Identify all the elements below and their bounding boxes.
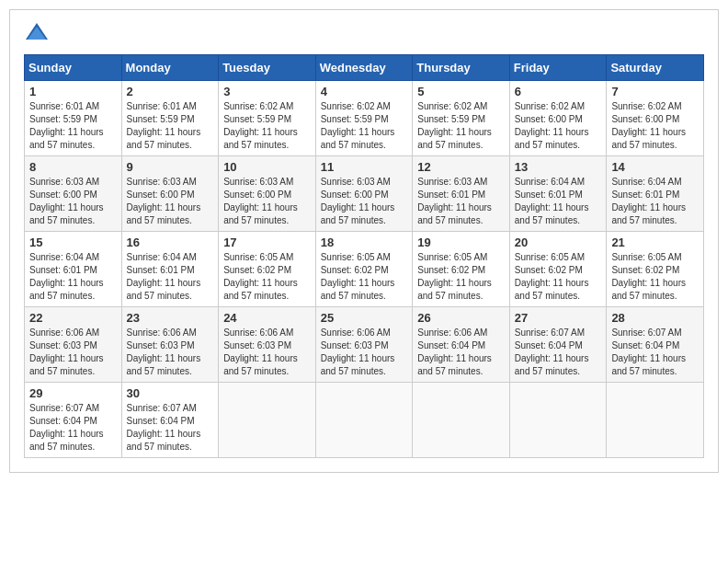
day-info: Sunrise: 6:07 AM Sunset: 6:04 PM Dayligh… [515, 327, 589, 376]
day-number: 25 [321, 311, 408, 325]
calendar-cell: 18 Sunrise: 6:05 AM Sunset: 6:02 PM Dayl… [315, 232, 413, 307]
calendar-cell: 30 Sunrise: 6:07 AM Sunset: 6:04 PM Dayl… [121, 383, 219, 458]
day-number: 1 [29, 85, 117, 98]
day-number: 23 [127, 311, 214, 325]
day-number: 7 [611, 85, 699, 98]
day-info: Sunrise: 6:03 AM Sunset: 6:00 PM Dayligh… [29, 177, 104, 225]
day-info: Sunrise: 6:01 AM Sunset: 5:59 PM Dayligh… [127, 101, 201, 150]
day-header-tuesday: Tuesday [219, 55, 316, 81]
calendar-cell: 24 Sunrise: 6:06 AM Sunset: 6:03 PM Dayl… [219, 307, 316, 383]
day-info: Sunrise: 6:03 AM Sunset: 6:00 PM Dayligh… [223, 177, 298, 225]
day-info: Sunrise: 6:04 AM Sunset: 6:01 PM Dayligh… [29, 252, 104, 301]
day-number: 28 [611, 311, 699, 325]
day-info: Sunrise: 6:02 AM Sunset: 5:59 PM Dayligh… [417, 101, 492, 150]
calendar-cell: 5 Sunrise: 6:02 AM Sunset: 5:59 PM Dayli… [413, 81, 510, 156]
calendar-cell [219, 383, 316, 458]
day-info: Sunrise: 6:04 AM Sunset: 6:01 PM Dayligh… [611, 177, 686, 225]
calendar-cell: 2 Sunrise: 6:01 AM Sunset: 5:59 PM Dayli… [121, 81, 219, 156]
day-number: 16 [127, 236, 214, 249]
calendar-week-row: 22 Sunrise: 6:06 AM Sunset: 6:03 PM Dayl… [25, 307, 704, 383]
day-header-thursday: Thursday [413, 55, 510, 81]
day-info: Sunrise: 6:03 AM Sunset: 6:01 PM Dayligh… [417, 177, 492, 225]
day-number: 3 [223, 85, 311, 98]
calendar-week-row: 29 Sunrise: 6:07 AM Sunset: 6:04 PM Dayl… [25, 383, 704, 458]
day-header-monday: Monday [121, 55, 219, 81]
day-info: Sunrise: 6:02 AM Sunset: 5:59 PM Dayligh… [321, 101, 395, 150]
calendar-table: SundayMondayTuesdayWednesdayThursdayFrid… [24, 54, 704, 458]
calendar-cell: 10 Sunrise: 6:03 AM Sunset: 6:00 PM Dayl… [219, 156, 316, 232]
calendar-week-row: 1 Sunrise: 6:01 AM Sunset: 5:59 PM Dayli… [25, 81, 704, 156]
day-number: 21 [611, 236, 699, 249]
calendar-cell: 7 Sunrise: 6:02 AM Sunset: 6:00 PM Dayli… [607, 81, 704, 156]
day-number: 13 [515, 160, 602, 174]
day-number: 17 [223, 236, 311, 249]
calendar-cell [509, 383, 607, 458]
calendar-cell: 1 Sunrise: 6:01 AM Sunset: 5:59 PM Dayli… [25, 81, 122, 156]
calendar-cell: 23 Sunrise: 6:06 AM Sunset: 6:03 PM Dayl… [121, 307, 219, 383]
day-number: 19 [417, 236, 505, 249]
logo [24, 19, 53, 45]
day-info: Sunrise: 6:05 AM Sunset: 6:02 PM Dayligh… [417, 252, 492, 301]
day-info: Sunrise: 6:07 AM Sunset: 6:04 PM Dayligh… [29, 403, 104, 452]
day-info: Sunrise: 6:02 AM Sunset: 5:59 PM Dayligh… [223, 101, 298, 150]
calendar-cell: 27 Sunrise: 6:07 AM Sunset: 6:04 PM Dayl… [509, 307, 607, 383]
day-info: Sunrise: 6:05 AM Sunset: 6:02 PM Dayligh… [223, 252, 298, 301]
day-info: Sunrise: 6:05 AM Sunset: 6:02 PM Dayligh… [321, 252, 395, 301]
day-info: Sunrise: 6:06 AM Sunset: 6:03 PM Dayligh… [29, 327, 104, 376]
page: SundayMondayTuesdayWednesdayThursdayFrid… [9, 9, 719, 473]
calendar-cell: 19 Sunrise: 6:05 AM Sunset: 6:02 PM Dayl… [413, 232, 510, 307]
day-number: 15 [29, 236, 117, 249]
day-number: 29 [29, 386, 117, 400]
calendar-cell: 8 Sunrise: 6:03 AM Sunset: 6:00 PM Dayli… [25, 156, 122, 232]
calendar-cell: 22 Sunrise: 6:06 AM Sunset: 6:03 PM Dayl… [25, 307, 122, 383]
calendar-cell: 14 Sunrise: 6:04 AM Sunset: 6:01 PM Dayl… [607, 156, 704, 232]
day-number: 20 [515, 236, 602, 249]
calendar-cell: 26 Sunrise: 6:06 AM Sunset: 6:04 PM Dayl… [413, 307, 510, 383]
calendar-week-row: 15 Sunrise: 6:04 AM Sunset: 6:01 PM Dayl… [25, 232, 704, 307]
day-number: 22 [29, 311, 117, 325]
day-number: 10 [223, 160, 311, 174]
day-number: 8 [29, 160, 117, 174]
day-info: Sunrise: 6:07 AM Sunset: 6:04 PM Dayligh… [127, 403, 201, 452]
day-number: 30 [127, 386, 214, 400]
calendar-header-row: SundayMondayTuesdayWednesdayThursdayFrid… [25, 55, 704, 81]
day-header-wednesday: Wednesday [315, 55, 413, 81]
day-info: Sunrise: 6:06 AM Sunset: 6:03 PM Dayligh… [127, 327, 201, 376]
day-number: 24 [223, 311, 311, 325]
day-info: Sunrise: 6:02 AM Sunset: 6:00 PM Dayligh… [611, 101, 686, 150]
day-info: Sunrise: 6:04 AM Sunset: 6:01 PM Dayligh… [515, 177, 589, 225]
calendar-cell: 15 Sunrise: 6:04 AM Sunset: 6:01 PM Dayl… [25, 232, 122, 307]
calendar-cell: 11 Sunrise: 6:03 AM Sunset: 6:00 PM Dayl… [315, 156, 413, 232]
calendar-cell: 29 Sunrise: 6:07 AM Sunset: 6:04 PM Dayl… [25, 383, 122, 458]
calendar-cell: 4 Sunrise: 6:02 AM Sunset: 5:59 PM Dayli… [315, 81, 413, 156]
day-number: 27 [515, 311, 602, 325]
day-header-sunday: Sunday [25, 55, 122, 81]
day-info: Sunrise: 6:03 AM Sunset: 6:00 PM Dayligh… [321, 177, 395, 225]
day-number: 4 [321, 85, 408, 98]
day-info: Sunrise: 6:06 AM Sunset: 6:03 PM Dayligh… [223, 327, 298, 376]
calendar-cell: 28 Sunrise: 6:07 AM Sunset: 6:04 PM Dayl… [607, 307, 704, 383]
header [24, 19, 704, 45]
calendar-cell [607, 383, 704, 458]
day-header-friday: Friday [509, 55, 607, 81]
calendar-cell: 25 Sunrise: 6:06 AM Sunset: 6:03 PM Dayl… [315, 307, 413, 383]
day-info: Sunrise: 6:02 AM Sunset: 6:00 PM Dayligh… [515, 101, 589, 150]
calendar-week-row: 8 Sunrise: 6:03 AM Sunset: 6:00 PM Dayli… [25, 156, 704, 232]
calendar-cell: 3 Sunrise: 6:02 AM Sunset: 5:59 PM Dayli… [219, 81, 316, 156]
day-number: 26 [417, 311, 505, 325]
calendar-cell [315, 383, 413, 458]
calendar-cell: 9 Sunrise: 6:03 AM Sunset: 6:00 PM Dayli… [121, 156, 219, 232]
day-info: Sunrise: 6:06 AM Sunset: 6:03 PM Dayligh… [321, 327, 395, 376]
calendar-cell: 6 Sunrise: 6:02 AM Sunset: 6:00 PM Dayli… [509, 81, 607, 156]
day-number: 6 [515, 85, 602, 98]
logo-icon [24, 19, 50, 45]
calendar-cell: 21 Sunrise: 6:05 AM Sunset: 6:02 PM Dayl… [607, 232, 704, 307]
day-number: 18 [321, 236, 408, 249]
day-info: Sunrise: 6:05 AM Sunset: 6:02 PM Dayligh… [611, 252, 686, 301]
day-info: Sunrise: 6:05 AM Sunset: 6:02 PM Dayligh… [515, 252, 589, 301]
day-number: 14 [611, 160, 699, 174]
day-number: 2 [127, 85, 214, 98]
calendar-cell: 12 Sunrise: 6:03 AM Sunset: 6:01 PM Dayl… [413, 156, 510, 232]
day-info: Sunrise: 6:03 AM Sunset: 6:00 PM Dayligh… [127, 177, 201, 225]
day-info: Sunrise: 6:04 AM Sunset: 6:01 PM Dayligh… [127, 252, 201, 301]
